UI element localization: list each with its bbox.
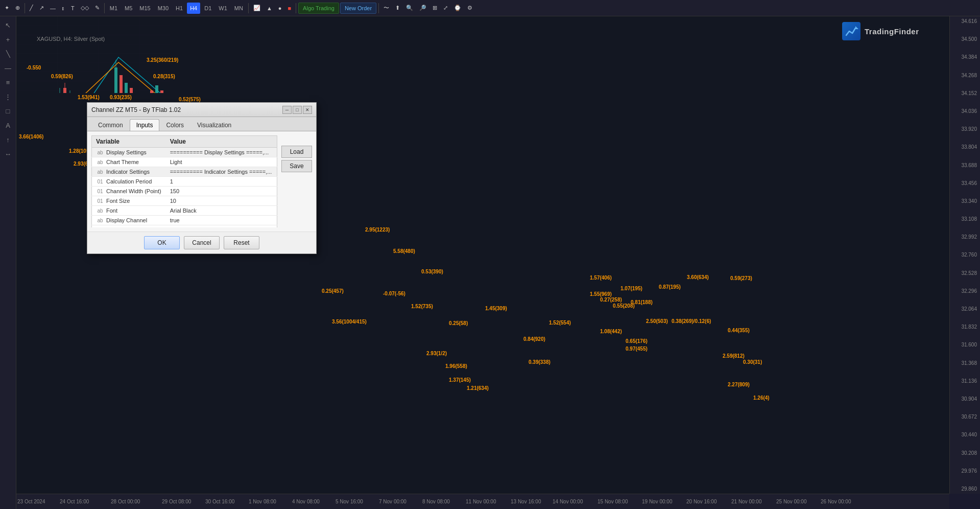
- table-row[interactable]: abDisplay Settings ========== Display Se…: [92, 148, 277, 157]
- ok-btn[interactable]: OK: [144, 236, 180, 249]
- time-tick-12: 13 Nov 16:00: [511, 499, 541, 504]
- color-btn[interactable]: ■: [285, 2, 294, 14]
- sidebar-line-btn[interactable]: ╲: [2, 47, 15, 60]
- expand-btn[interactable]: ⤢: [441, 2, 450, 14]
- sidebar-cursor-btn[interactable]: ↖: [2, 18, 15, 32]
- dot-btn[interactable]: ●: [276, 2, 284, 14]
- dialog-close-btn[interactable]: ✕: [303, 106, 312, 114]
- dialog-title-text: Channel ZZ MT5 - By TFlab 1.02: [91, 106, 181, 113]
- shape-tool-btn[interactable]: ◇◇: [78, 2, 91, 14]
- cancel-btn[interactable]: Cancel: [184, 236, 220, 249]
- table-row[interactable]: abDisplay Channel true: [92, 216, 277, 225]
- dialog-minimize-btn[interactable]: ─: [282, 106, 292, 114]
- trading-finder-logo: TradingFinder: [842, 18, 944, 44]
- toolbar-separator-2: [104, 3, 105, 13]
- col-value: Value: [166, 136, 277, 148]
- zoom-out-btn[interactable]: 🔎: [417, 2, 429, 14]
- cell-value[interactable]: Arial Black: [166, 206, 277, 216]
- algo-trading-btn[interactable]: Algo Trading: [298, 3, 339, 14]
- load-btn[interactable]: Load: [281, 146, 312, 158]
- text-tool-btn[interactable]: T: [68, 2, 77, 14]
- cell-value[interactable]: 1: [166, 177, 277, 187]
- tab-colors[interactable]: Colors: [159, 119, 190, 131]
- indicator2-btn[interactable]: ⬆: [393, 2, 402, 14]
- cursor-tool-btn[interactable]: ✦: [2, 2, 12, 14]
- cell-variable: abFont: [92, 206, 166, 216]
- ann-29: 0.65(176): [626, 338, 648, 344]
- period-d1-btn[interactable]: D1: [201, 3, 214, 14]
- sidebar-fib-btn[interactable]: ⋮: [2, 90, 15, 103]
- dialog-maximize-btn[interactable]: □: [293, 106, 302, 114]
- arrow-tool-btn[interactable]: ↗: [37, 2, 46, 14]
- indicator-btn[interactable]: 〜: [381, 2, 392, 14]
- time-tick-5: 30 Oct 16:00: [205, 499, 234, 504]
- reset-btn[interactable]: Reset: [224, 236, 259, 249]
- svg-marker-130: [855, 26, 858, 29]
- sidebar-arrow-btn[interactable]: ↑: [2, 133, 15, 146]
- grid-btn[interactable]: ⊞: [430, 2, 440, 14]
- sidebar-shapes-btn[interactable]: □: [2, 104, 15, 118]
- table-row[interactable]: abChart Theme Light: [92, 157, 277, 167]
- sidebar-text-btn[interactable]: A: [2, 119, 15, 132]
- period-h1-btn[interactable]: H1: [173, 3, 186, 14]
- dialog-footer: OK Cancel Reset: [87, 232, 316, 253]
- time-axis: 23 Oct 2024 24 Oct 16:00 28 Oct 00:00 29…: [16, 494, 949, 509]
- table-row[interactable]: 01Lookback 1000: [92, 225, 277, 228]
- cell-value[interactable]: Light: [166, 157, 277, 167]
- cell-variable: 01Lookback: [92, 225, 166, 228]
- cell-value[interactable]: true: [166, 216, 277, 225]
- table-row[interactable]: abFont Arial Black: [92, 206, 277, 216]
- ann-38: 0.38(269)/0.12(6): [672, 318, 711, 324]
- sidebar-crosshair-btn[interactable]: +: [2, 33, 15, 46]
- period-w1-btn[interactable]: W1: [216, 3, 230, 14]
- hline-tool-btn[interactable]: —: [47, 2, 58, 14]
- ann-19: 0.25(58): [449, 320, 468, 326]
- period-m30-btn[interactable]: M30: [155, 3, 172, 14]
- time-tick-1: 23 Oct 2024: [17, 499, 45, 504]
- cell-value[interactable]: ========== Display Settings =====,...: [166, 148, 277, 157]
- new-order-btn[interactable]: New Order: [340, 3, 376, 14]
- price-tick-11: 33.340: [951, 198, 979, 204]
- indicator-settings-dialog[interactable]: Channel ZZ MT5 - By TFlab 1.02 ─ □ ✕ Com…: [87, 102, 317, 254]
- period-m1-btn[interactable]: M1: [107, 3, 121, 14]
- cell-value[interactable]: 1000: [166, 225, 277, 228]
- cell-value[interactable]: 10: [166, 196, 277, 206]
- tab-common[interactable]: Common: [91, 119, 130, 131]
- inputs-table: Variable Value abDisplay Settings ======…: [91, 135, 277, 227]
- table-row[interactable]: 01Calculation Period 1: [92, 177, 277, 187]
- sidebar-hline-btn[interactable]: —: [2, 61, 15, 75]
- tab-visualization[interactable]: Visualization: [190, 119, 238, 131]
- tab-inputs[interactable]: Inputs: [130, 119, 160, 131]
- table-row[interactable]: 01Font Size 10: [92, 196, 277, 206]
- table-row[interactable]: abIndicator Settings ========== Indicato…: [92, 167, 277, 177]
- cell-value[interactable]: ========== Indicator Settings =====,...: [166, 167, 277, 177]
- dialog-tabs: Common Inputs Colors Visualization: [87, 117, 316, 131]
- period-m5-btn[interactable]: M5: [122, 3, 135, 14]
- period-h4-btn[interactable]: H4: [187, 3, 200, 14]
- chart-type-btn[interactable]: 📈: [251, 2, 263, 14]
- zoom-in-btn[interactable]: 🔍: [403, 2, 416, 14]
- chart-more-btn[interactable]: ⌚: [451, 2, 464, 14]
- cell-value[interactable]: 150: [166, 187, 277, 196]
- sidebar-channel-btn[interactable]: ≡: [2, 76, 15, 89]
- period-m15-btn[interactable]: M15: [136, 3, 153, 14]
- toolbar-separator-3: [248, 3, 249, 13]
- settings-btn[interactable]: ⚙: [465, 2, 475, 14]
- table-row[interactable]: 01Channel Width (Point) 150: [92, 187, 277, 196]
- dialog-titlebar[interactable]: Channel ZZ MT5 - By TFlab 1.02 ─ □ ✕: [87, 103, 316, 117]
- period-mn-btn[interactable]: MN: [231, 3, 246, 14]
- chart-area[interactable]: XAGUSD, H4: Silver (Spot) -0.550 0.59(82…: [16, 16, 949, 494]
- pencil-tool-btn[interactable]: ✎: [92, 2, 102, 14]
- time-tick-18: 25 Nov 00:00: [776, 499, 807, 504]
- line-tool-btn[interactable]: ╱: [27, 2, 36, 14]
- save-btn[interactable]: Save: [281, 160, 312, 172]
- ann-4: 0.93(235): [110, 95, 132, 100]
- ann-34: 0.55(208): [613, 303, 635, 309]
- crosshair-tool-btn[interactable]: ⊕: [13, 2, 22, 14]
- row-icon: ab: [96, 150, 104, 155]
- sidebar-measure-btn[interactable]: ↔: [2, 147, 15, 160]
- time-tick-16: 20 Nov 16:00: [686, 499, 717, 504]
- channel-tool-btn[interactable]: ⫾: [59, 2, 67, 14]
- chart-type2-btn[interactable]: ▲: [264, 2, 275, 14]
- ann-20: 3.56(1004/415): [332, 319, 367, 325]
